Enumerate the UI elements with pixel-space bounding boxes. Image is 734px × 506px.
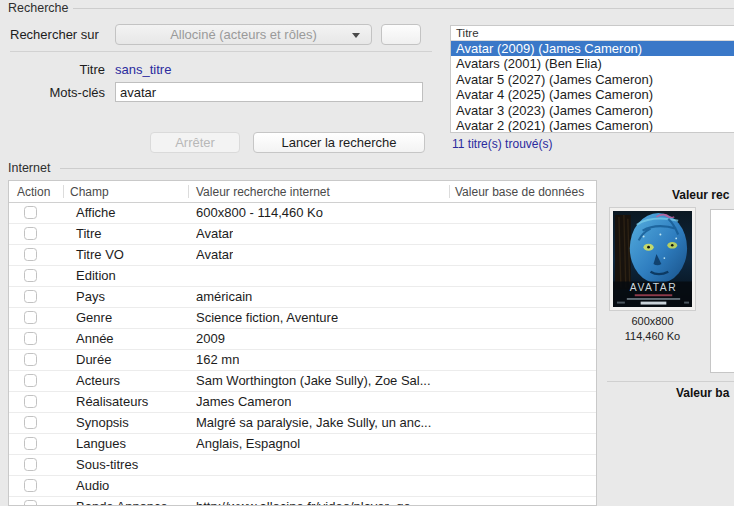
internet-group-label: Internet: [8, 161, 50, 175]
action-checkbox[interactable]: [24, 269, 37, 282]
internet-value-textbox[interactable]: [710, 209, 734, 373]
action-checkbox[interactable]: [24, 311, 37, 324]
table-row[interactable]: GenreScience fiction, Aventure: [9, 308, 596, 329]
action-checkbox[interactable]: [24, 437, 37, 450]
champ-cell: Synopsis: [76, 415, 129, 430]
table-row[interactable]: Audio: [9, 476, 596, 497]
valeur-recherche-panel-label: Valeur rec: [672, 188, 729, 202]
champ-cell: Langues: [76, 436, 126, 451]
preview-panel-separator: [607, 381, 734, 382]
table-row[interactable]: Edition: [9, 266, 596, 287]
table-row[interactable]: TitreAvatar: [9, 224, 596, 245]
results-count: 11 titre(s) trouvé(s): [452, 137, 552, 151]
poster-title-text: AVATAR: [630, 282, 677, 293]
table-row[interactable]: LanguesAnglais, Espagnol: [9, 434, 596, 455]
search-window: Recherche Rechercher sur Allociné (acteu…: [0, 0, 734, 506]
valeur-internet-cell: Anglais, Espagnol: [196, 436, 300, 451]
valeur-internet-cell: américain: [196, 289, 252, 304]
action-checkbox[interactable]: [24, 416, 37, 429]
recherche-group-label: Recherche: [8, 1, 68, 15]
result-row[interactable]: Avatar 4 (2025) (James Cameron): [451, 87, 734, 102]
table-row[interactable]: Paysaméricain: [9, 287, 596, 308]
provider-selected-value: Allociné (acteurs et rôles): [170, 27, 317, 42]
result-row[interactable]: Avatar (2009) (James Cameron): [451, 41, 734, 56]
result-row[interactable]: Avatar 5 (2027) (James Cameron): [451, 72, 734, 87]
col-action[interactable]: Action: [17, 185, 50, 199]
table-row[interactable]: ActeursSam Worthington (Jake Sully), Zoe…: [9, 371, 596, 392]
provider-options-button[interactable]: [381, 24, 421, 45]
titre-label: Titre: [10, 62, 105, 77]
valeur-internet-cell: 2009: [196, 331, 225, 346]
mots-cles-label: Mots-clés: [10, 85, 105, 100]
recherche-group-line: [73, 8, 734, 9]
valeur-internet-cell: Avatar: [196, 226, 233, 241]
champ-cell: Année: [76, 331, 114, 346]
column-divider: [63, 185, 64, 198]
valeur-base-panel-label: Valeur ba: [676, 386, 729, 400]
action-checkbox[interactable]: [24, 332, 37, 345]
col-champ[interactable]: Champ: [70, 185, 109, 199]
stop-button[interactable]: Arrêter: [150, 132, 240, 153]
champ-cell: Durée: [76, 352, 111, 367]
titre-value-link[interactable]: sans_titre: [115, 62, 171, 77]
valeur-internet-cell: http://www.allocine.fr/video/player_ge..…: [196, 499, 421, 506]
col-valeur-internet[interactable]: Valeur recherche internet: [196, 185, 330, 199]
table-row[interactable]: Sous-titres: [9, 455, 596, 476]
internet-table-header: Action Champ Valeur recherche internet V…: [9, 181, 596, 203]
champ-cell: Audio: [76, 478, 109, 493]
valeur-internet-cell: 600x800 - 114,460 Ko: [196, 205, 323, 220]
provider-select[interactable]: Allociné (acteurs et rôles): [115, 24, 372, 45]
action-checkbox[interactable]: [24, 458, 37, 471]
valeur-internet-cell: 162 mn: [196, 352, 239, 367]
start-search-button[interactable]: Lancer la recherche: [253, 132, 425, 153]
champ-cell: Pays: [76, 289, 105, 304]
table-row[interactable]: Affiche600x800 - 114,460 Ko: [9, 203, 596, 224]
valeur-internet-cell: Science fiction, Aventure: [196, 310, 338, 325]
internet-table-body: Affiche600x800 - 114,460 KoTitreAvatarTi…: [9, 203, 596, 506]
champ-cell: Affiche: [76, 205, 116, 220]
action-checkbox[interactable]: [24, 500, 37, 506]
action-checkbox[interactable]: [24, 353, 37, 366]
action-checkbox[interactable]: [24, 248, 37, 261]
keywords-input[interactable]: [115, 82, 423, 102]
internet-group-line: [60, 168, 734, 169]
table-row[interactable]: Titre VOAvatar: [9, 245, 596, 266]
action-checkbox[interactable]: [24, 374, 37, 387]
table-row[interactable]: SynopsisMalgré sa paralysie, Jake Sully,…: [9, 413, 596, 434]
internet-table: Action Champ Valeur recherche internet V…: [8, 180, 597, 506]
table-row[interactable]: RéalisateursJames Cameron: [9, 392, 596, 413]
champ-cell: Réalisateurs: [76, 394, 148, 409]
table-row[interactable]: Bande Annoncehttp://www.allocine.fr/vide…: [9, 497, 596, 506]
action-checkbox[interactable]: [24, 479, 37, 492]
valeur-internet-cell: James Cameron: [196, 394, 291, 409]
poster-dimensions: 600x800: [609, 315, 696, 327]
result-row[interactable]: Avatar 3 (2023) (James Cameron): [451, 103, 734, 118]
valeur-internet-cell: Sam Worthington (Jake Sully), Zoe Sal...: [196, 373, 431, 388]
column-divider: [449, 185, 450, 198]
action-checkbox[interactable]: [24, 395, 37, 408]
champ-cell: Titre VO: [76, 247, 124, 262]
action-checkbox[interactable]: [24, 227, 37, 240]
chevron-down-icon: [352, 33, 360, 38]
champ-cell: Bande Annonce: [76, 499, 168, 506]
table-row[interactable]: Durée162 mn: [9, 350, 596, 371]
results-list: Titre Avatar (2009) (James Cameron)Avata…: [450, 25, 734, 133]
form-separator: [10, 51, 432, 52]
results-column-header[interactable]: Titre: [451, 26, 734, 41]
champ-cell: Sous-titres: [76, 457, 138, 472]
col-valeur-db[interactable]: Valeur base de données: [455, 185, 584, 199]
champ-cell: Titre: [76, 226, 102, 241]
champ-cell: Acteurs: [76, 373, 120, 388]
poster-filesize: 114,460 Ko: [609, 330, 696, 342]
results-body: Avatar (2009) (James Cameron)Avatars (20…: [451, 41, 734, 133]
poster-thumbnail[interactable]: AVATAR: [609, 207, 696, 311]
valeur-internet-cell: Avatar: [196, 247, 233, 262]
result-row[interactable]: Avatar 2 (2021) (James Cameron): [451, 118, 734, 133]
action-checkbox[interactable]: [24, 290, 37, 303]
action-checkbox[interactable]: [24, 206, 37, 219]
rechercher-sur-label: Rechercher sur: [10, 27, 99, 42]
valeur-internet-cell: Malgré sa paralysie, Jake Sully, un anc.…: [196, 415, 431, 430]
result-row[interactable]: Avatars (2001) (Ben Elia): [451, 56, 734, 71]
table-row[interactable]: Année2009: [9, 329, 596, 350]
avatar-poster-image: AVATAR: [613, 211, 692, 307]
